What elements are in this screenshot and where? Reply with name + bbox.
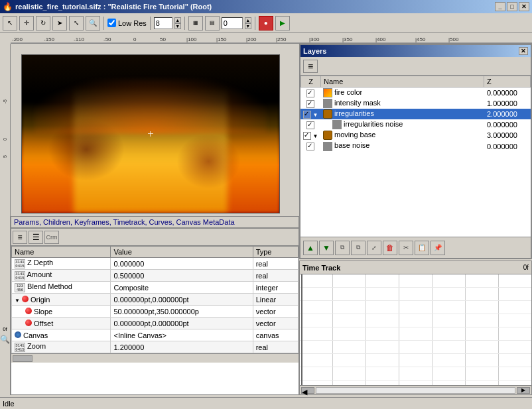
layer-dup2-button[interactable]: ⧉ (351, 241, 366, 255)
timetrack-rows (300, 274, 531, 385)
viewport (21, 54, 280, 213)
play-button[interactable]: ▶ (275, 16, 290, 30)
origin-expand[interactable]: ▼ (15, 298, 20, 304)
params-list-icon-btn[interactable]: ☰ (29, 231, 43, 244)
layer-down-button[interactable]: ▼ (319, 241, 334, 255)
ruler-horizontal: -200 -150 -110 -50 0 50 |100 |150 |200 |… (11, 33, 532, 44)
zoom-icon: 31410415 (15, 343, 25, 352)
offset-color-icon (25, 320, 32, 326)
zoom-in-icon[interactable]: 🔍 (0, 335, 10, 344)
layer-check-irreg-noise[interactable] (306, 121, 314, 129)
table-row: Canvas <Inline Canvas> canvas (12, 329, 299, 341)
layer-row-moving-base[interactable]: ▼ moving base 3.000000 (300, 130, 531, 141)
layers-close-button[interactable]: ✕ (519, 47, 528, 55)
frame-down[interactable]: ▼ (245, 23, 251, 29)
layer-row-irregularities[interactable]: ▼ irregularities 2.000000 (300, 109, 531, 119)
params-col-type: Type (253, 247, 298, 258)
separator-1 (103, 17, 104, 30)
low-res-group: Low Res (107, 19, 147, 27)
intensity-mask-icon (323, 99, 332, 108)
params-crm-icon-btn[interactable]: Crm (44, 231, 59, 244)
timetrack-scroll-left[interactable]: ◀ (301, 387, 314, 394)
layers-title-bar: Layers ✕ (300, 45, 531, 57)
arrow-tool-button[interactable]: ↖ (3, 16, 17, 30)
params-table: Name Value Type 31410415 Z Depth 0.00000… (11, 246, 299, 353)
quality-down[interactable]: ▼ (174, 23, 181, 29)
close-button[interactable]: ✕ (519, 2, 529, 11)
quality-input[interactable]: 8 (154, 17, 172, 29)
minimize-button[interactable]: _ (495, 2, 505, 11)
timetrack-title: Time Track (302, 264, 340, 272)
layer-row-fire-color[interactable]: fire color 0.000000 (300, 88, 531, 98)
layer-dup1-button[interactable]: ⧉ (335, 241, 350, 255)
grid-button-2[interactable]: ▤ (205, 16, 220, 30)
params-toolbar: ≡ ☰ Crm (11, 228, 299, 245)
timetrack-grid (300, 274, 531, 385)
window-controls: _ □ ✕ (495, 2, 529, 11)
layers-icon-btn[interactable]: ≡ (303, 60, 318, 73)
rotate-tool-button[interactable]: ↻ (36, 16, 50, 30)
table-row: ▼ Origin 0.000000pt,0.000000pt Linear (12, 294, 299, 306)
layer-check-intensity-mask[interactable] (306, 100, 314, 108)
frame-input[interactable] (222, 17, 243, 29)
fire-color-icon (323, 88, 332, 97)
table-row: 31410415 Zoom 1.200000 real (12, 341, 299, 353)
transform-tool-button[interactable]: ✛ (19, 16, 34, 30)
layer-paste-button[interactable]: 📌 (431, 241, 445, 255)
layer-row-intensity-mask[interactable]: intensity mask 1.000000 (300, 98, 531, 109)
layers-footer: ▲ ▼ ⧉ ⧉ ⤢ 🗑 ✂ 📋 📌 (300, 237, 531, 258)
layer-up-button[interactable]: ▲ (303, 241, 318, 255)
low-res-label: Low Res (118, 19, 147, 27)
frame-spinner[interactable]: ▲ ▼ (245, 17, 251, 29)
zdepth-icon: 31410415 (15, 259, 25, 268)
timetrack-scroll-track[interactable] (316, 387, 515, 394)
layer-delete-button[interactable]: 🗑 (383, 241, 397, 255)
layer-check-moving-base[interactable] (303, 132, 311, 140)
canvas-params-area: Params, Children, Keyframes, Timetrack, … (11, 44, 299, 395)
layer-cut-button[interactable]: ✂ (399, 241, 413, 255)
layers-col-name: Name (321, 76, 484, 88)
zoom-tool-button[interactable]: 🔍 (86, 16, 100, 30)
layer-check-base-noise[interactable] (306, 143, 314, 150)
layer-check-fire-color[interactable] (306, 89, 314, 97)
params-layer-icon-btn[interactable]: ≡ (13, 231, 27, 244)
separator-4 (255, 17, 255, 30)
frame-up[interactable]: ▲ (245, 17, 251, 23)
table-row: 123456 Blend Method Composite integer (12, 282, 299, 294)
quality-spinner[interactable]: ▲ ▼ (174, 17, 181, 29)
separator-2 (150, 17, 151, 30)
pointer-tool-button[interactable]: ➤ (52, 16, 67, 30)
low-res-checkbox[interactable] (107, 19, 116, 27)
grid-button-1[interactable]: ▦ (188, 16, 203, 30)
params-hscroll[interactable] (11, 353, 299, 363)
layer-check-irreg[interactable] (303, 111, 311, 119)
scale-tool-button[interactable]: ⤡ (69, 16, 84, 30)
layers-panel: Layers ✕ ≡ Z Name Z (299, 44, 532, 259)
right-panel: Layers ✕ ≡ Z Name Z (299, 44, 532, 395)
layer-resize-button[interactable]: ⤢ (367, 241, 381, 255)
timetrack-panel: Time Track 0f ◀ ▶ (299, 261, 532, 395)
timetrack-header: Time Track 0f (300, 261, 531, 274)
layer-row-irreg-noise[interactable]: irregularities noise 0.000000 (300, 119, 531, 130)
layers-title-text: Layers (303, 47, 326, 55)
expand-arrow-irreg[interactable]: ▼ (313, 112, 318, 118)
params-tabs-text: Params, Children, Keyframes, Timetrack, … (14, 218, 235, 226)
table-row: Offset 0.000000pt,0.000000pt vector (12, 318, 299, 329)
maximize-button[interactable]: □ (507, 2, 517, 11)
layer-row-base-noise[interactable]: base noise 0.000000 (300, 141, 531, 151)
layers-toolbar: ≡ (300, 57, 531, 76)
fire-canvas[interactable] (22, 55, 279, 213)
draw-button[interactable]: ● (259, 16, 273, 30)
main-layout: 5 0 -5 (0, 44, 532, 395)
separator-3 (184, 17, 185, 30)
blend-icon: 123456 (15, 283, 25, 292)
timetrack-hscroll[interactable]: ◀ ▶ (300, 385, 531, 394)
status-bar: Idle (0, 397, 532, 409)
layers-col-z: Z (301, 76, 321, 88)
base-noise-icon (323, 142, 332, 151)
timetrack-scroll-right[interactable]: ▶ (517, 387, 530, 394)
layer-copy-button[interactable]: 📋 (415, 241, 429, 255)
quality-up[interactable]: ▲ (174, 17, 181, 23)
moving-base-icon (323, 131, 332, 140)
params-scroll-thumb[interactable] (13, 355, 33, 362)
